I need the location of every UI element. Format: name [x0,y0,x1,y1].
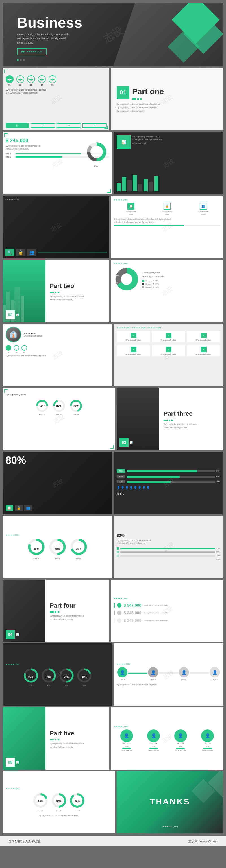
slide-green-hbars: 志设 80% Synergistically utilize technical… [114,516,223,578]
donut-label: Chart [85,165,108,167]
hero-subtitle: Synergistically utilize technically soun… [17,33,209,45]
icon-circle-1: ◀▶ [6,75,13,83]
part-one-desc: Synergistically utilize technically soun… [117,102,218,113]
team-1: 👤 Name A Role Synergistically [120,730,133,751]
bar-7 [149,182,153,191]
row-info: 志设 ★★★★★.COM 🔍 🔒 👥 志设 ★★★★★.COM 📋 Synerg… [3,196,223,258]
nd5-a [50,739,54,740]
donut-70-name: Item C [69,558,88,560]
pct-50: 50% Item 01 [35,399,49,415]
final-donut-row: 20% Item A 50% Item B [6,793,112,812]
pct-70-name: Item 03 [73,414,78,415]
dp-50-name: 50% [59,684,74,686]
card-icon-3: ✓ [201,333,206,338]
bld-1 [3,305,6,322]
card-icon-4: ✓ [131,347,136,352]
dp-40-label: 40% [46,675,51,678]
circle-row: 01 02 03 [6,345,109,353]
desc-text: Synergistically utilize technically soun… [6,88,106,94]
item-label-1: 01 [8,84,11,86]
nd-b [55,292,57,293]
donut-80-label: 80% [33,547,39,550]
hbd-row-1: 80% 80% [117,469,220,473]
pct-70: 70% Item 03 [69,399,83,415]
av-circle-4: 👤 [209,666,220,678]
fd-90: 90% Item C [69,793,85,812]
hbd-bar-bg-2 [127,476,215,478]
svg-point-4 [121,274,132,285]
legend-color-1 [142,280,144,282]
icon-doc-80: 📋 [6,505,13,511]
hbd-bar-bg-3 [127,480,215,483]
row-stats: 志设 $ 245,000 Synergistically utilize tec… [3,132,223,194]
icon-circle-3: ◀▶ [27,75,35,83]
gh-sq-1 [117,547,119,550]
ring-20: 20% [52,399,66,413]
slide-hbar-dark: 志设 80% 80% 60% 60% 50% 50% [114,452,223,514]
fd-50-name: Item B [57,810,61,812]
bottom-text: Synergistically utilize technically soun… [6,354,109,358]
vc-dot-2 [117,611,122,615]
pi-8: 👤 [146,486,150,489]
gh-fill-4 [120,559,215,560]
mbar-2 [185,225,220,226]
nd3-c [171,420,173,421]
team-4: 👤 Name D Role Synergistically [201,730,214,751]
part-three-left: 03 📊 [117,388,159,450]
gh-bars: 70% 50% 30% 80% [117,547,220,561]
icon-grid: 📋 Synergisticallyutilize 🔒 Synergistical… [114,203,220,215]
pct-50-label: 50% [39,404,44,407]
card-text-3: Synergistically utilize [196,339,211,341]
slide-team: 志设 ★★★★★.COM 👤 Name A Role Synergistical… [111,707,223,770]
content-desc: Synergistically utilize technically soun… [114,217,220,224]
part-three-num: 03 [120,438,129,447]
card-4: ✓ Synergistically utilize [117,345,150,356]
nd5-c [58,739,59,740]
fd-ring-20: 20% [33,793,48,809]
hero-btn[interactable]: ▶▶ ★★★★★.COM [17,48,46,55]
site-tag: ★★★★★.COM [114,199,220,201]
card-6: ✓ Synergistically utilize [187,345,220,356]
dp-40: 40% 40% [41,668,57,686]
donut-50: 50% Item B [48,538,67,560]
team-bar-3 [176,748,185,749]
av-label-3: Role C [181,679,187,681]
person-row: 👔 Name Title Synergistically utilize [6,327,109,342]
slide-hero: 志设 Business Synergistically utilize tech… [3,3,223,66]
nav-dots [132,98,164,99]
row-part-two: 志设 02 📊 Part two [3,260,223,322]
gh-bar-2: 50% [117,551,220,553]
dp-50-label: 50% [64,675,69,678]
vc-dot-3 [117,618,122,623]
row-pct-partthree: 志设 Synergistically utilize 50% Item 01 [3,388,223,450]
bar-2 [122,177,126,191]
dark-desc: Synergistically utilize technically soun… [132,135,220,145]
bar-3 [127,180,132,191]
dark-pct-row: 80% 80% 40% 40% [6,668,109,686]
av-line-1 [128,673,148,674]
av-label-4: Role D [212,679,217,681]
icon-item-1: ◀▶ 01 [6,75,13,86]
team-role-2: Role [152,746,155,747]
legend-1: Category A - 75% [142,280,220,282]
thanks-website: ★★★★★.COM [162,825,178,828]
stat-box-1: 01 [6,123,29,128]
gh-bar-4: 80% [117,558,220,561]
slide-pct-circles: 志设 Synergistically utilize 50% Item 01 [3,388,115,450]
part-five-badge: 05 📊 [6,758,43,767]
hbd-bar-fill-3 [127,480,171,483]
donut-70: 70% Item C [69,538,88,560]
icon-circle-5: ◀▶ [49,75,57,83]
av-circle-3: 👤 [178,666,190,678]
card-text-1: Synergistically utilize [126,339,141,341]
dot-green-2 [13,345,19,351]
team-role-3: Role [179,746,182,747]
legend-text-3: Category C - 10% [146,286,159,288]
part-four-title: Part four [50,602,105,609]
item-label-4: 04 [41,84,43,86]
part-two-badge: 02 📊 [6,310,43,319]
dot-label-2: 02 [15,351,18,353]
gh-val-4: 80% [216,558,220,560]
card-icon-6: ✓ [201,347,206,352]
pct-row: 50% Item 01 20% Item 02 [6,399,112,415]
